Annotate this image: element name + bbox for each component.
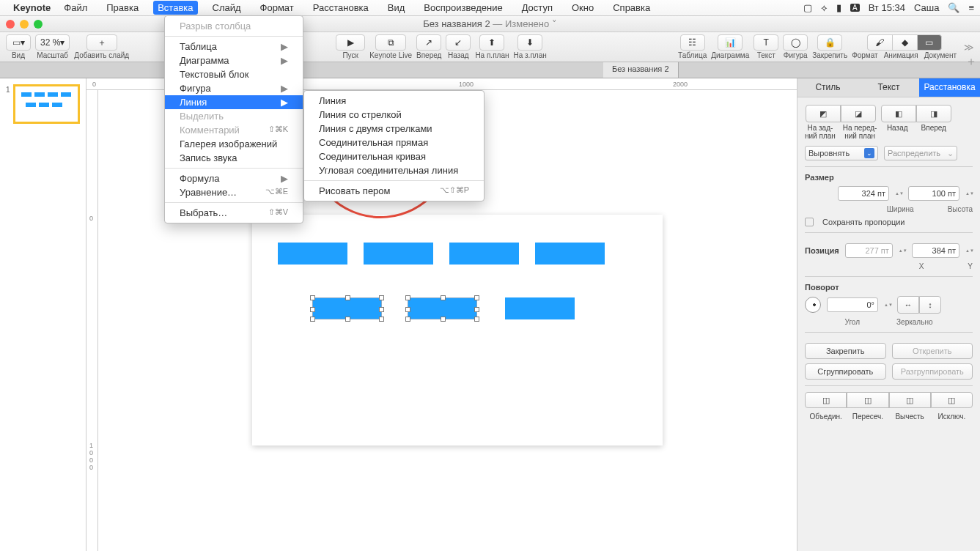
forward-button[interactable]: ◨ (916, 105, 951, 122)
play-button[interactable]: ▶ (336, 34, 365, 51)
view-button[interactable]: ▭▾ (6, 34, 31, 51)
mi-equation[interactable]: Уравнение…⌥⌘E (165, 185, 303, 199)
shape-rect-selected[interactable] (312, 297, 382, 319)
mi-highlight[interactable]: Выделить (165, 109, 303, 123)
distribute-dropdown[interactable]: Распределить⌄ (884, 146, 957, 160)
tofront-button[interactable]: ⬆ (479, 34, 504, 51)
menu-help[interactable]: Справка (608, 1, 655, 15)
shape-rect[interactable] (364, 243, 433, 265)
mi-textbox[interactable]: Текстовый блок (165, 67, 303, 81)
input-icon[interactable]: А (850, 4, 860, 12)
menu-arrange[interactable]: Расстановка (309, 1, 373, 15)
ungroup-button[interactable]: Разгруппировать (892, 363, 973, 380)
menu-edit[interactable]: Правка (102, 1, 143, 15)
shape-rect[interactable] (278, 243, 347, 265)
lock-button-sp[interactable]: Закрепить (805, 343, 886, 359)
mi-conn-curve[interactable]: Соединительная кривая (304, 149, 484, 163)
mi-line[interactable]: Линия▶ (165, 95, 303, 109)
mi-comment[interactable]: Комментарий⇧⌘K (165, 123, 303, 137)
format-button[interactable]: 🖌 (867, 34, 892, 51)
shape-rect[interactable] (535, 243, 605, 265)
mi-gallery[interactable]: Галерея изображений (165, 137, 303, 151)
width-input[interactable]: 324 пт (838, 186, 889, 201)
slide-thumbnail[interactable] (13, 84, 80, 124)
subtract-button[interactable]: ◫ (889, 392, 931, 408)
mi-conn-straight[interactable]: Соединительная прямая (304, 136, 484, 149)
tab-text[interactable]: Текст (858, 78, 919, 97)
forward-button[interactable]: ↗ (416, 34, 441, 51)
angle-input[interactable]: 0° (827, 297, 878, 312)
constrain-checkbox[interactable] (805, 218, 814, 226)
tab-arrange[interactable]: Расстановка (919, 78, 980, 97)
mi-line-plain[interactable]: Линия (304, 94, 484, 108)
text-button[interactable]: T (754, 34, 778, 51)
maximize-button[interactable] (34, 20, 43, 29)
spotlight-icon[interactable]: 🔍 (948, 2, 959, 13)
mi-formula[interactable]: Формула▶ (165, 171, 303, 185)
mi-audio[interactable]: Запись звука (165, 151, 303, 165)
doc-tab[interactable]: Без названия 2 (603, 62, 679, 78)
menu-icon[interactable]: ≡ (968, 2, 974, 13)
menu-play[interactable]: Воспроизведение (419, 1, 506, 15)
mi-conn-angle[interactable]: Угловая соединительная линия (304, 163, 484, 177)
mi-choose[interactable]: Выбрать…⇧⌘V (165, 206, 303, 220)
x-input[interactable]: 277 пт (845, 243, 893, 258)
animate-button[interactable]: ◆ (892, 34, 917, 51)
add-tab-button[interactable]: ＋ (965, 54, 977, 70)
mi-draw-pen[interactable]: Рисовать пером⌥⇧⌘P (304, 184, 484, 198)
window-title: Без названия 2 (423, 18, 490, 29)
live-button[interactable]: ⧉ (375, 34, 406, 51)
close-button[interactable] (6, 20, 15, 29)
user-name[interactable]: Саша (914, 2, 939, 13)
backward-button[interactable]: ◧ (881, 105, 916, 122)
mi-shape[interactable]: Фигура▶ (165, 81, 303, 95)
minimize-button[interactable] (20, 20, 29, 29)
menu-file[interactable]: Файл (59, 1, 92, 15)
shape-rect[interactable] (449, 243, 519, 265)
mi-column-break[interactable]: Разрыв столбца (165, 19, 303, 33)
shape-rect-selected[interactable] (408, 297, 477, 319)
menu-slide[interactable]: Слайд (208, 1, 246, 15)
title-dropdown-icon[interactable]: ˅ (552, 18, 557, 29)
menu-share[interactable]: Доступ (517, 1, 557, 15)
lock-button[interactable]: 🔒 (817, 34, 842, 51)
shape-button[interactable]: ◯ (783, 34, 808, 51)
back-button[interactable]: ↙ (446, 34, 471, 51)
height-input[interactable]: 100 пт (908, 186, 959, 201)
airplay-icon[interactable]: ▢ (803, 2, 812, 13)
battery-icon[interactable]: ▮ (836, 2, 841, 13)
wifi-icon[interactable]: ⟡ (821, 2, 828, 14)
document-button[interactable]: ▭ (917, 34, 942, 51)
exclude-button[interactable]: ◫ (931, 392, 973, 408)
flip-h-button[interactable]: ↔ (897, 296, 919, 314)
rotation-knob[interactable] (805, 297, 821, 313)
clock[interactable]: Вт 15:34 (869, 2, 905, 13)
overflow-icon[interactable]: ≫ (964, 42, 974, 53)
toback-button[interactable]: ⬇ (517, 34, 542, 51)
union-button[interactable]: ◫ (805, 392, 847, 408)
menu-insert[interactable]: Вставка (153, 1, 197, 15)
table-button[interactable]: ☷ (680, 34, 705, 51)
mi-table[interactable]: Таблица▶ (165, 40, 303, 53)
shape-rect[interactable] (505, 297, 575, 319)
slide[interactable] (252, 215, 663, 445)
mi-line-double-arrow[interactable]: Линия с двумя стрелками (304, 122, 484, 136)
send-to-back-button[interactable]: ◩ (806, 105, 841, 122)
unlock-button[interactable]: Открепить (892, 343, 973, 359)
align-dropdown[interactable]: Выровнять⌄ (805, 146, 878, 160)
tab-style[interactable]: Стиль (797, 78, 858, 97)
add-slide-button[interactable]: ＋ (86, 34, 117, 51)
menu-window[interactable]: Окно (567, 1, 598, 15)
chart-button[interactable]: 📊 (718, 34, 743, 51)
flip-v-button[interactable]: ↕ (919, 296, 941, 314)
mi-line-arrow[interactable]: Линия со стрелкой (304, 108, 484, 122)
menu-format[interactable]: Формат (256, 1, 298, 15)
group-button[interactable]: Сгруппировать (805, 363, 886, 380)
mi-chart[interactable]: Диаграмма▶ (165, 53, 303, 67)
intersect-button[interactable]: ◫ (847, 392, 888, 408)
app-name[interactable]: Keynote (13, 2, 51, 13)
zoom-button[interactable]: 32 % ▾ (35, 34, 70, 51)
y-input[interactable]: 384 пт (912, 243, 959, 258)
bring-to-front-button[interactable]: ◪ (841, 105, 876, 122)
menu-view[interactable]: Вид (383, 1, 410, 15)
